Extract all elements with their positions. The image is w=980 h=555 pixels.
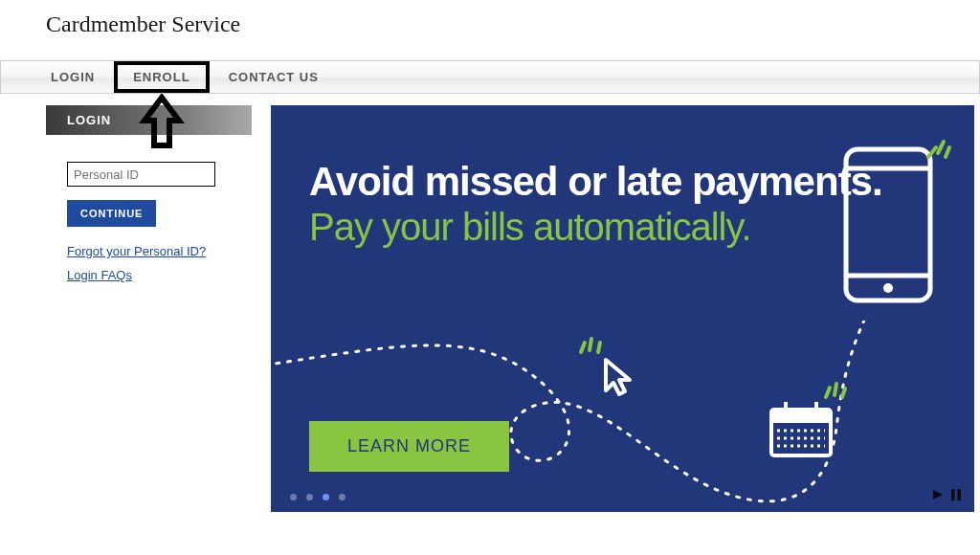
svg-rect-20 bbox=[951, 489, 955, 500]
hero-text: Avoid missed or late payments. Pay your … bbox=[309, 161, 882, 248]
phone-icon bbox=[840, 144, 936, 306]
svg-line-8 bbox=[590, 339, 591, 350]
svg-line-18 bbox=[835, 384, 836, 395]
nav-enroll[interactable]: ENROLL bbox=[114, 61, 209, 93]
carousel-dot[interactable] bbox=[290, 494, 297, 500]
spark-icon bbox=[924, 134, 953, 163]
svg-rect-21 bbox=[958, 489, 962, 500]
hero-headline: Avoid missed or late payments. bbox=[309, 161, 882, 203]
svg-line-7 bbox=[581, 343, 585, 352]
spark-icon bbox=[575, 333, 604, 358]
nav-enroll-label: ENROLL bbox=[133, 70, 189, 84]
svg-rect-11 bbox=[771, 410, 831, 423]
continue-button[interactable]: CONTINUE bbox=[67, 200, 156, 227]
brand-title: Cardmember Service bbox=[46, 11, 980, 37]
pause-icon[interactable] bbox=[951, 489, 961, 500]
top-nav: LOGIN ENROLL CONTACT US bbox=[0, 60, 980, 94]
nav-login[interactable]: LOGIN bbox=[32, 61, 114, 93]
login-body: CONTINUE Forgot your Personal ID? Login … bbox=[46, 135, 252, 301]
svg-point-3 bbox=[883, 283, 893, 293]
carousel-dots bbox=[290, 494, 345, 500]
learn-more-button[interactable]: LEARN MORE bbox=[309, 421, 509, 472]
calendar-icon bbox=[767, 396, 835, 459]
carousel-dot[interactable] bbox=[306, 494, 313, 500]
svg-line-19 bbox=[842, 388, 845, 397]
personal-id-input[interactable] bbox=[67, 162, 215, 187]
svg-line-17 bbox=[826, 388, 830, 397]
carousel-dot[interactable] bbox=[323, 494, 329, 500]
svg-line-9 bbox=[598, 343, 600, 352]
nav-contact[interactable]: CONTACT US bbox=[210, 61, 338, 93]
svg-line-5 bbox=[938, 142, 944, 153]
header: Cardmember Service bbox=[0, 0, 980, 60]
carousel-dot[interactable] bbox=[339, 494, 345, 500]
svg-line-6 bbox=[946, 147, 949, 157]
forgot-id-link[interactable]: Forgot your Personal ID? bbox=[67, 244, 231, 258]
spark-icon bbox=[821, 378, 848, 401]
content: LOGIN CONTINUE Forgot your Personal ID? … bbox=[0, 94, 980, 512]
login-panel: LOGIN CONTINUE Forgot your Personal ID? … bbox=[46, 105, 252, 512]
carousel-controls bbox=[932, 489, 961, 500]
login-faqs-link[interactable]: Login FAQs bbox=[67, 268, 231, 282]
play-icon[interactable] bbox=[932, 489, 944, 500]
hero-subheadline: Pay your bills automatically. bbox=[309, 207, 882, 248]
hero-banner: Avoid missed or late payments. Pay your … bbox=[271, 105, 974, 512]
svg-line-4 bbox=[928, 147, 936, 157]
highlight-arrow-icon bbox=[139, 94, 185, 151]
